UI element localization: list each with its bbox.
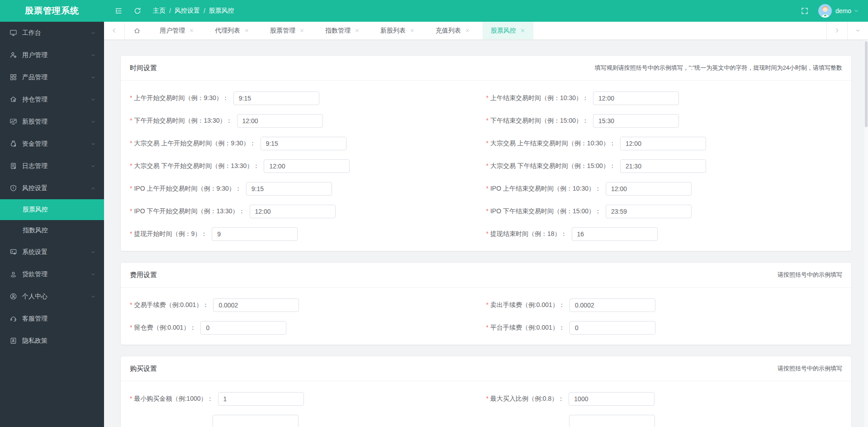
field-input[interactable] <box>569 321 655 335</box>
field-input[interactable] <box>218 392 304 406</box>
close-icon[interactable] <box>189 28 194 33</box>
close-icon[interactable] <box>465 28 470 33</box>
sidebar-subitem[interactable]: 指数风控 <box>0 220 104 241</box>
scrollbar[interactable] <box>864 40 868 427</box>
tab[interactable]: 股票管理 <box>262 22 313 39</box>
field-input[interactable] <box>233 91 319 105</box>
card-header: 购买设置请按照括号中的示例填写 <box>121 356 851 381</box>
field-input[interactable] <box>212 227 298 241</box>
field-label: *IPO 下午结束交易时间（例：15:00）： <box>486 207 602 216</box>
tab[interactable]: 代理列表 <box>207 22 257 39</box>
chevron-down-icon <box>90 294 96 299</box>
sidebar-item[interactable]: 客服管理 <box>0 307 104 330</box>
sidebar-item[interactable]: 产品管理 <box>0 66 104 88</box>
privacy-icon <box>9 337 17 345</box>
field-input[interactable] <box>264 159 350 173</box>
field-label: *最大买入比例（例:0.8）： <box>486 395 564 403</box>
field-input[interactable] <box>572 227 658 241</box>
chevron-down-icon <box>90 163 96 169</box>
chevron-down-icon[interactable] <box>854 8 859 14</box>
avatar-face <box>823 7 828 12</box>
sidebar-item[interactable]: 系统设置 <box>0 241 104 263</box>
field-input[interactable] <box>200 321 286 335</box>
sidebar-item[interactable]: 隐私政策 <box>0 330 104 352</box>
field-input[interactable] <box>620 159 706 173</box>
tab[interactable]: 充值列表 <box>427 22 478 39</box>
username[interactable]: demo <box>835 7 851 14</box>
form-field: *IPO 上午开始交易时间（例：9:30）： <box>130 182 486 196</box>
sidebar-item-label: 新股管理 <box>22 118 90 126</box>
card-title: 购买设置 <box>130 365 157 373</box>
field-input[interactable] <box>246 182 332 196</box>
scrollbar-thumb[interactable] <box>865 41 868 127</box>
collapse-sidebar-button[interactable] <box>114 6 123 15</box>
sidebar-item-label: 日志管理 <box>22 162 90 170</box>
chevron-down-icon <box>90 97 96 102</box>
sidebar-item-label: 风控设置 <box>22 184 90 192</box>
close-icon[interactable] <box>520 28 525 33</box>
field-input[interactable] <box>593 91 679 105</box>
tab[interactable]: 用户管理 <box>152 22 202 39</box>
sidebar-menu: 工作台用户管理产品管理持仓管理新股管理资金管理日志管理风控设置股票风控指数风控系… <box>0 22 104 352</box>
money-bag-icon <box>9 140 17 148</box>
field-label: *大宗交易 上午结束交易时间（例：10:30）： <box>486 139 616 148</box>
form-row: *下午开始交易时间（例：13:30）：*下午结束交易时间（例：15:00）： <box>130 114 842 128</box>
avatar[interactable] <box>818 4 832 18</box>
tab[interactable]: 股票风控 <box>483 22 533 39</box>
breadcrumb: 主页/风控设置/股票风控 <box>153 7 234 15</box>
close-icon[interactable] <box>244 28 249 33</box>
app-title: 股票管理系统 <box>0 5 104 17</box>
field-input[interactable] <box>250 205 336 218</box>
tab[interactable]: 新股列表 <box>372 22 423 39</box>
breadcrumb-item[interactable]: 股票风控 <box>209 7 234 15</box>
chevron-down-icon <box>90 119 96 125</box>
field-label: *下午开始交易时间（例：13:30）： <box>130 117 232 125</box>
sidebar-item[interactable]: 贷款管理 <box>0 263 104 285</box>
support-icon <box>9 315 17 323</box>
close-icon[interactable] <box>410 28 415 33</box>
sidebar-item[interactable]: 工作台 <box>0 22 104 44</box>
close-icon[interactable] <box>299 28 304 33</box>
breadcrumb-item[interactable]: 风控设置 <box>175 7 200 15</box>
form-row: *最小购买金额（例:1000）：*最大买入比例（例:0.8）： <box>130 392 842 406</box>
required-asterisk: * <box>130 185 132 192</box>
field-input[interactable] <box>213 415 299 427</box>
field-label: *IPO 上午结束交易时间（例：10:30）： <box>486 185 602 193</box>
breadcrumb-item[interactable]: 主页 <box>153 7 166 15</box>
field-label: *留仓费（例:0.001）： <box>130 324 196 332</box>
form-row: *交易手续费（例:0.001）：*卖出手续费（例:0.001）： <box>130 298 842 312</box>
field-input[interactable] <box>261 137 346 150</box>
field-input[interactable] <box>606 205 692 218</box>
sidebar-item[interactable]: 日志管理 <box>0 155 104 177</box>
field-input[interactable] <box>593 114 679 128</box>
field-input[interactable] <box>569 298 655 312</box>
sidebar-item-label: 工作台 <box>22 29 90 37</box>
tab-label: 代理列表 <box>215 27 240 35</box>
sidebar-item[interactable]: 新股管理 <box>0 110 104 133</box>
field-label: *大宗交易 上午开始交易时间（例：9:30）： <box>130 139 256 148</box>
sidebar-item[interactable]: 个人中心 <box>0 285 104 307</box>
sidebar-item[interactable]: 风控设置 <box>0 177 104 199</box>
sidebar-item[interactable]: 持仓管理 <box>0 88 104 110</box>
field-input[interactable] <box>213 298 299 312</box>
required-asterisk: * <box>130 395 132 402</box>
tabs-scroll-left-button[interactable] <box>104 22 125 39</box>
form-field: *留仓费（例:0.001）： <box>130 321 486 335</box>
tabs-scroll-right-button[interactable] <box>826 22 847 39</box>
home-settings-icon <box>9 96 17 104</box>
tab[interactable]: 指数管理 <box>317 22 368 39</box>
home-tab[interactable] <box>125 22 149 39</box>
field-input[interactable] <box>569 415 655 427</box>
close-icon[interactable] <box>355 28 360 33</box>
field-input[interactable] <box>237 114 323 128</box>
field-input[interactable] <box>620 137 706 150</box>
refresh-button[interactable] <box>133 6 142 15</box>
sidebar-item[interactable]: 用户管理 <box>0 44 104 66</box>
tabs-dropdown-button[interactable] <box>847 22 868 39</box>
field-input[interactable] <box>606 182 692 196</box>
sidebar-item[interactable]: 资金管理 <box>0 133 104 155</box>
app-header: 股票管理系统 主页/风控设置/股票风控 demo <box>0 0 868 22</box>
sidebar-subitem[interactable]: 股票风控 <box>0 199 104 220</box>
field-input[interactable] <box>569 392 655 406</box>
fullscreen-button[interactable] <box>800 6 809 15</box>
